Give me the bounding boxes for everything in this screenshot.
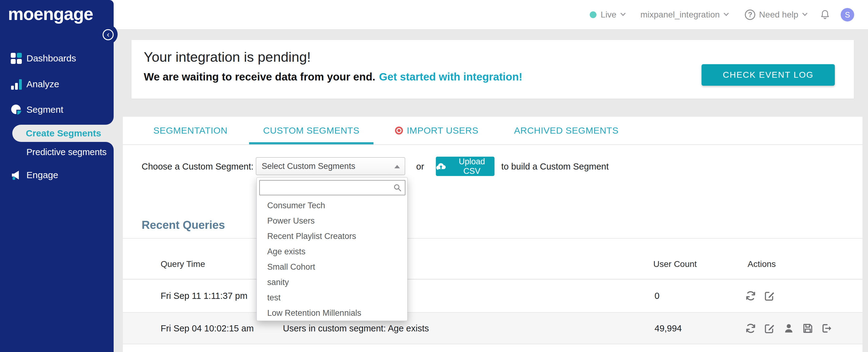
search-icon	[393, 183, 402, 192]
upload-csv-label: Upload CSV	[450, 157, 495, 176]
column-header-query-time: Query Time	[161, 259, 205, 269]
tab-segmentation[interactable]: SEGMENTATION	[153, 117, 227, 145]
export-icon[interactable]	[821, 322, 833, 334]
sidebar-item-label: Create Segments	[26, 128, 101, 138]
sidebar-item-dashboards[interactable]: Dashboards	[0, 49, 114, 68]
divider	[123, 238, 863, 239]
dropdown-item[interactable]: test	[257, 290, 407, 305]
tab-label: CUSTOM SEGMENTS	[263, 125, 360, 136]
column-header-actions: Actions	[748, 259, 776, 269]
dropdown-item[interactable]: Consumer Tech	[257, 198, 407, 213]
project-switcher[interactable]: mixpanel_integration	[641, 10, 727, 20]
tab-custom-segments[interactable]: CUSTOM SEGMENTS	[263, 117, 360, 145]
refresh-icon[interactable]	[745, 322, 757, 334]
or-text: or	[416, 162, 424, 172]
dropdown-search	[259, 180, 405, 195]
banner-message: We are waiting to receive data from your…	[144, 71, 523, 83]
build-segment-text: to build a Custom Segment	[501, 162, 609, 172]
recent-queries-heading: Recent Queries	[142, 219, 225, 232]
tab-import-users[interactable]: IMPORT USERS	[395, 117, 478, 145]
refresh-icon[interactable]	[745, 290, 757, 302]
dropdown-item[interactable]: Small Cohort	[257, 259, 407, 275]
dropdown-item[interactable]: Recent Playlist Creators	[257, 228, 407, 244]
sidebar-item-label: Segment	[26, 104, 63, 115]
table-row: Fri Sep 04 10:02:15 am Users in custom s…	[123, 313, 863, 344]
cloud-upload-icon	[436, 162, 446, 170]
triangle-up-icon	[394, 165, 400, 168]
row-actions	[745, 322, 833, 334]
sidebar-item-predictive-segments[interactable]: Predictive segments	[0, 143, 114, 161]
project-label: mixpanel_integration	[641, 10, 720, 20]
query-time-cell: Fri Sep 11 1:11:37 pm	[161, 291, 248, 301]
chevron-down-icon	[724, 11, 729, 16]
check-event-log-button[interactable]: CHECK EVENT LOG	[702, 64, 835, 86]
save-icon[interactable]	[802, 322, 814, 334]
tab-label: SEGMENTATION	[153, 125, 227, 136]
choose-segment-label: Choose a Custom Segment:	[142, 162, 253, 172]
dropdown-item[interactable]: Power Users	[257, 213, 407, 228]
sidebar-item-engage[interactable]: Engage	[0, 165, 114, 185]
column-header-user-count: User Count	[653, 259, 697, 269]
help-circle-icon: ?	[745, 9, 755, 20]
tab-label: ARCHIVED SEGMENTS	[514, 125, 618, 136]
environment-label: Live	[601, 10, 616, 20]
user-count-cell: 0	[654, 291, 659, 301]
custom-segment-select[interactable]: Select Custom Segments	[256, 157, 405, 175]
integration-pending-banner: Your integration is pending! We are wait…	[131, 40, 854, 99]
dropdown-item[interactable]: Low Retention Millennials	[257, 305, 407, 321]
sidebar: moengage ‹ Dashboards Analyze Segment	[0, 0, 114, 352]
page: Live mixpanel_integration ? Need help	[0, 0, 868, 352]
custom-segments-dropdown: Consumer Tech Power Users Recent Playlis…	[256, 177, 408, 321]
chevron-down-icon	[620, 11, 626, 16]
dashboards-grid-icon	[10, 53, 22, 64]
avatar[interactable]: S	[841, 8, 854, 22]
dropdown-item[interactable]: Age exists	[257, 244, 407, 259]
sidebar-item-label: Engage	[26, 170, 58, 180]
banner-message-text: We are waiting to receive data from your…	[144, 71, 375, 83]
segments-card: SEGMENTATION CUSTOM SEGMENTS IMPORT USER…	[123, 117, 863, 352]
get-started-link[interactable]: Get started with integration!	[379, 71, 523, 83]
upload-csv-button[interactable]: Upload CSV	[436, 157, 495, 176]
sidebar-item-analyze[interactable]: Analyze	[0, 74, 114, 94]
bell-icon	[820, 9, 830, 20]
top-bar: Live mixpanel_integration ? Need help	[0, 0, 868, 30]
tab-archived-segments[interactable]: ARCHIVED SEGMENTS	[514, 117, 618, 145]
sidebar-notch	[104, 117, 114, 125]
query-description-cell: Users in custom segment: Age exists	[283, 323, 429, 333]
sidebar-item-label: Analyze	[26, 79, 59, 89]
top-bar-actions: Live mixpanel_integration ? Need help	[590, 0, 854, 30]
dropdown-list: Consumer Tech Power Users Recent Playlis…	[257, 198, 407, 321]
user-count-cell: 49,994	[654, 323, 682, 333]
dropdown-item[interactable]: sanity	[257, 275, 407, 290]
user-icon[interactable]	[783, 322, 795, 334]
segments-tabs: SEGMENTATION CUSTOM SEGMENTS IMPORT USER…	[123, 117, 863, 145]
sidebar-item-label: Predictive segments	[26, 147, 106, 157]
notifications-button[interactable]	[820, 9, 830, 20]
moengage-logo: moengage	[8, 4, 93, 24]
banner-title: Your integration is pending!	[144, 49, 311, 65]
sidebar-item-segment[interactable]: Segment	[0, 100, 114, 120]
sidebar-collapse-button[interactable]: ‹	[102, 29, 114, 40]
bar-chart-icon	[10, 78, 22, 90]
environment-switcher[interactable]: Live	[590, 10, 624, 20]
sidebar-item-label: Dashboards	[26, 53, 76, 64]
live-status-dot	[590, 11, 596, 18]
pie-chart-icon	[10, 104, 22, 116]
need-help-menu[interactable]: ? Need help	[745, 9, 806, 20]
table-row: Fri Sep 11 1:11:37 pm 0	[123, 280, 863, 313]
tab-label: IMPORT USERS	[407, 125, 478, 136]
red-dot-icon	[395, 127, 403, 134]
dropdown-search-input[interactable]	[259, 180, 405, 195]
edit-icon[interactable]	[764, 322, 776, 334]
query-time-cell: Fri Sep 04 10:02:15 am	[161, 323, 254, 333]
sidebar-item-create-segments[interactable]: Create Segments	[12, 125, 114, 142]
edit-icon[interactable]	[764, 290, 776, 302]
need-help-label: Need help	[759, 10, 798, 20]
row-actions	[745, 290, 776, 302]
megaphone-icon	[10, 169, 22, 181]
chevron-down-icon	[802, 11, 807, 16]
select-value: Select Custom Segments	[262, 162, 355, 171]
